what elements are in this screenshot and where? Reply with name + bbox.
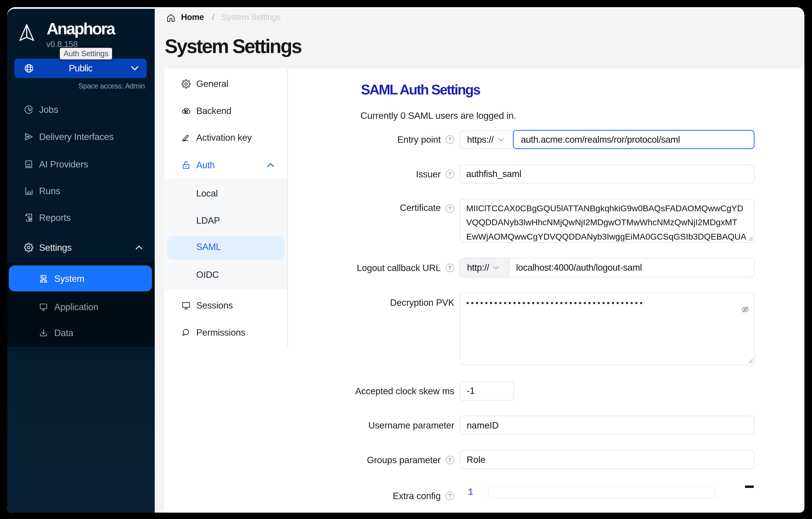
svg-text:?: ? xyxy=(448,493,452,499)
svg-text:?: ? xyxy=(448,171,452,177)
svg-text:?: ? xyxy=(448,265,452,271)
svg-text:?: ? xyxy=(448,206,452,211)
svg-text:?: ? xyxy=(448,136,452,143)
svg-text:?: ? xyxy=(448,457,452,463)
